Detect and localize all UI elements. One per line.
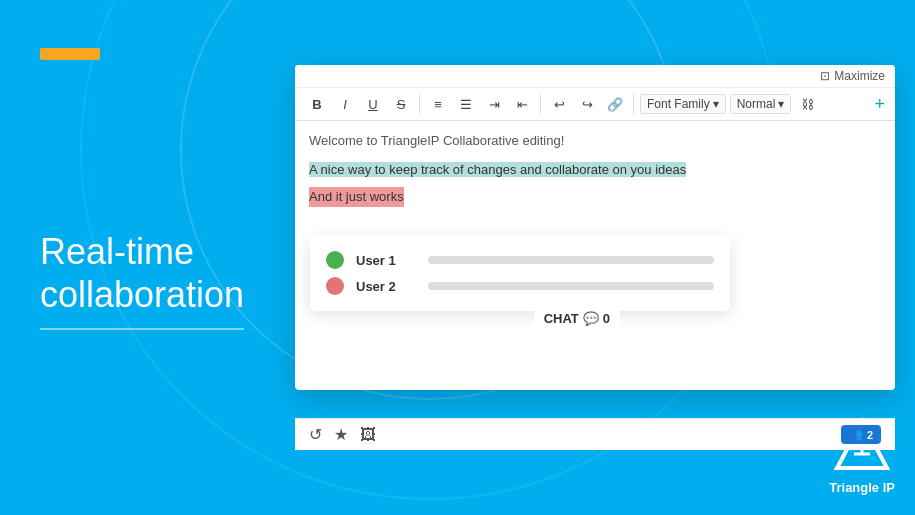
users-badge-icon: 👥 [849, 428, 863, 441]
bottom-toolbar: ↺ ★ 🖼 👥 2 [295, 418, 895, 450]
welcome-text: Welcome to TriangleIP Collaborative edit… [309, 131, 881, 152]
accent-bar [40, 48, 100, 60]
italic-button[interactable]: I [333, 92, 357, 116]
maximize-bar: ⊡ Maximize [295, 65, 895, 88]
user2-name: User 2 [356, 279, 416, 294]
heading-line2: collaboration [40, 273, 244, 316]
toolbar-divider3 [633, 94, 634, 114]
image-icon[interactable]: 🖼 [360, 426, 376, 444]
normal-dropdown[interactable]: Normal ▾ [730, 94, 792, 114]
outdent-button[interactable]: ⇤ [510, 92, 534, 116]
font-family-chevron: ▾ [713, 97, 719, 111]
normal-label: Normal [737, 97, 776, 111]
user2-avatar [326, 277, 344, 295]
list-ordered-button[interactable]: ≡ [426, 92, 450, 116]
toolbar-divider2 [540, 94, 541, 114]
user1-avatar [326, 251, 344, 269]
chat-icon: 💬 [583, 311, 599, 326]
chain-link-button[interactable]: ⛓ [795, 92, 819, 116]
left-heading: Real-time collaboration [40, 230, 244, 330]
bottom-left-icons: ↺ ★ 🖼 [309, 425, 376, 444]
history-icon[interactable]: ↺ [309, 425, 322, 444]
star-icon[interactable]: ★ [334, 425, 348, 444]
chat-label: CHAT [544, 311, 579, 326]
heading-divider [40, 328, 244, 330]
chat-button[interactable]: CHAT 💬 0 [534, 305, 620, 332]
bold-button[interactable]: B [305, 92, 329, 116]
normal-chevron: ▾ [778, 97, 784, 111]
maximize-icon: ⊡ [820, 69, 830, 83]
chat-count: 0 [603, 311, 610, 326]
undo-button[interactable]: ↩ [547, 92, 571, 116]
font-family-dropdown[interactable]: Font Family ▾ [640, 94, 726, 114]
users-badge[interactable]: 👥 2 [841, 425, 881, 444]
user-row-1: User 1 [326, 247, 714, 273]
highlighted-text-red: And it just works [309, 187, 404, 208]
maximize-button[interactable]: ⊡ Maximize [820, 69, 885, 83]
toolbar-divider1 [419, 94, 420, 114]
add-button[interactable]: + [874, 95, 885, 113]
user1-bar [428, 256, 714, 264]
logo-label: Triangle IP [829, 480, 895, 495]
underline-button[interactable]: U [361, 92, 385, 116]
heading-line1: Real-time [40, 230, 244, 273]
editor-line2: And it just works [309, 187, 881, 208]
user2-bar [428, 282, 714, 290]
editor-panel: ⊡ Maximize B I U S ≡ ☰ ⇥ ⇤ ↩ ↪ 🔗 Font Fa… [295, 65, 895, 390]
indent-button[interactable]: ⇥ [482, 92, 506, 116]
redo-button[interactable]: ↪ [575, 92, 599, 116]
editor-line1: A nice way to keep track of changes and … [309, 160, 881, 181]
users-overlay: User 1 User 2 [310, 235, 730, 311]
user1-name: User 1 [356, 253, 416, 268]
font-family-label: Font Family [647, 97, 710, 111]
strikethrough-button[interactable]: S [389, 92, 413, 116]
users-badge-count: 2 [867, 429, 873, 441]
maximize-label: Maximize [834, 69, 885, 83]
list-unordered-button[interactable]: ☰ [454, 92, 478, 116]
link-button[interactable]: 🔗 [603, 92, 627, 116]
user-row-2: User 2 [326, 273, 714, 299]
editor-toolbar: B I U S ≡ ☰ ⇥ ⇤ ↩ ↪ 🔗 Font Family ▾ Norm… [295, 88, 895, 121]
highlighted-text-green: A nice way to keep track of changes and … [309, 162, 686, 177]
